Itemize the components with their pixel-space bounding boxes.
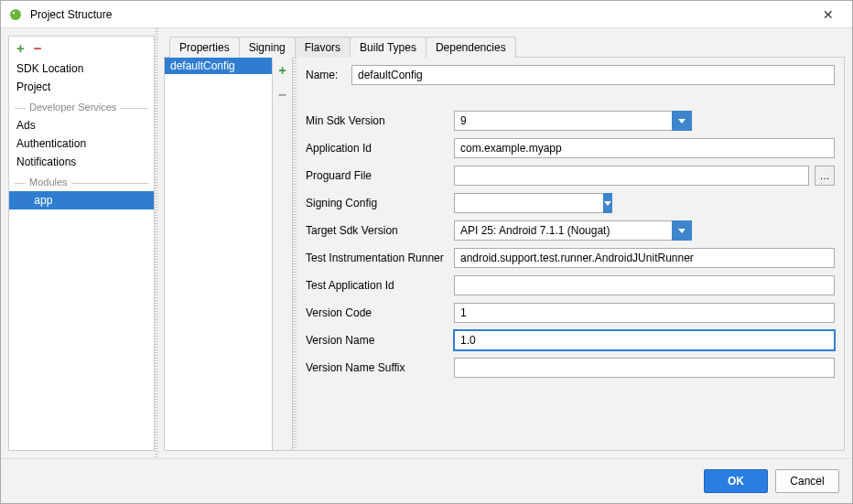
sidebar-item-notifications[interactable]: Notifications xyxy=(9,153,154,171)
flavor-list: defaultConfig xyxy=(165,58,273,450)
flavor-controls: + − xyxy=(273,58,293,450)
sidebar-remove-button[interactable]: − xyxy=(34,40,42,56)
form: Name: Min Sdk Version Application Id Pro… xyxy=(297,58,844,450)
target-sdk-dropdown-button[interactable] xyxy=(672,220,692,241)
tab-build-types[interactable]: Build Types xyxy=(350,37,426,58)
app-icon xyxy=(8,7,23,22)
sidebar-item-authentication[interactable]: Authentication xyxy=(9,134,154,153)
svg-point-1 xyxy=(13,11,15,13)
test-runner-input[interactable] xyxy=(454,248,835,268)
sidebar-toolbar: + − xyxy=(9,37,154,59)
sidebar-add-button[interactable]: + xyxy=(16,40,25,56)
svg-marker-4 xyxy=(678,119,686,123)
sidebar-item-project[interactable]: Project xyxy=(9,78,154,96)
min-sdk-dropdown-button[interactable] xyxy=(672,111,692,131)
tab-flavors[interactable]: Flavors xyxy=(295,37,351,58)
target-sdk-label: Target Sdk Version xyxy=(306,224,454,237)
flavor-item-defaultconfig[interactable]: defaultConfig xyxy=(165,58,272,74)
sidebar-item-ads[interactable]: Ads xyxy=(9,116,154,134)
tabs: Properties Signing Flavors Build Types D… xyxy=(164,36,845,57)
sidebar-resize-handle[interactable] xyxy=(155,28,158,458)
signing-config-label: Signing Config xyxy=(306,197,454,209)
chevron-down-icon xyxy=(678,229,686,233)
tab-properties[interactable]: Properties xyxy=(169,37,240,58)
sidebar-item-app[interactable]: app xyxy=(9,191,154,209)
footer: OK Cancel xyxy=(1,458,852,503)
titlebar: Project Structure ✕ xyxy=(1,1,852,28)
sidebar: + − SDK Location Project Developer Servi… xyxy=(8,36,155,451)
app-id-input[interactable] xyxy=(454,138,835,158)
tab-signing[interactable]: Signing xyxy=(239,37,296,58)
content: defaultConfig + − Name: Min Sdk Version … xyxy=(164,57,845,451)
version-name-label: Version Name xyxy=(306,334,454,347)
window-title: Project Structure xyxy=(30,8,812,21)
version-name-suffix-input[interactable] xyxy=(454,358,835,378)
flavor-remove-button[interactable]: − xyxy=(278,87,286,103)
signing-config-input[interactable] xyxy=(454,193,603,213)
proguard-browse-button[interactable]: … xyxy=(815,166,835,186)
signing-config-dropdown-button[interactable] xyxy=(603,193,612,213)
version-name-suffix-label: Version Name Suffix xyxy=(306,361,454,374)
version-code-label: Version Code xyxy=(306,306,454,319)
test-runner-label: Test Instrumentation Runner xyxy=(306,252,454,264)
name-input[interactable] xyxy=(351,65,835,85)
proguard-label: Proguard File xyxy=(306,169,454,182)
sidebar-sep-modules: Modules xyxy=(9,177,154,189)
svg-marker-6 xyxy=(678,229,686,233)
cancel-button[interactable]: Cancel xyxy=(775,469,839,493)
svg-point-0 xyxy=(10,9,21,20)
test-app-id-input[interactable] xyxy=(454,275,835,295)
sidebar-item-label: app xyxy=(34,194,52,207)
svg-marker-5 xyxy=(604,201,611,206)
proguard-input[interactable] xyxy=(454,166,809,186)
svg-rect-3 xyxy=(17,197,27,198)
app-id-label: Application Id xyxy=(306,142,454,155)
name-label: Name: xyxy=(306,69,351,81)
sidebar-sep-developer: Developer Services xyxy=(9,102,154,114)
version-name-input[interactable] xyxy=(454,330,835,350)
ok-button[interactable]: OK xyxy=(704,469,768,493)
sidebar-item-sdk-location[interactable]: SDK Location xyxy=(9,59,154,78)
version-code-input[interactable] xyxy=(454,303,835,323)
window-close-button[interactable]: ✕ xyxy=(812,7,845,22)
min-sdk-label: Min Sdk Version xyxy=(306,114,454,127)
min-sdk-input[interactable] xyxy=(454,111,672,131)
target-sdk-input[interactable] xyxy=(454,220,672,241)
flavor-add-button[interactable]: + xyxy=(278,63,286,78)
chevron-down-icon xyxy=(678,119,686,123)
test-app-id-label: Test Application Id xyxy=(306,279,454,292)
tab-dependencies[interactable]: Dependencies xyxy=(426,37,516,58)
module-icon xyxy=(16,195,27,206)
chevron-down-icon xyxy=(604,201,611,206)
